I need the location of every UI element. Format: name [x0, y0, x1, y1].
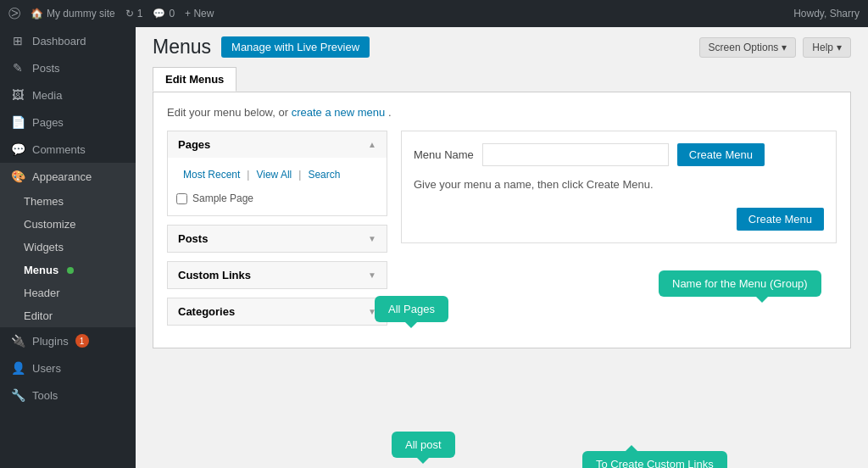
screen-options-label: Screen Options: [709, 42, 779, 53]
sidebar-label-media: Media: [32, 89, 62, 102]
sidebar: ⊞ Dashboard ✎ Posts 🖼 Media 📄 Pages 💬 Co…: [0, 27, 136, 468]
pages-icon: 📄: [10, 115, 25, 129]
screen-options-chevron: ▾: [782, 42, 787, 53]
tooltip-all-post: All post: [392, 432, 455, 458]
pages-section: Pages ▲ Most Recent | View All |: [167, 131, 387, 216]
pages-section-title: Pages: [178, 138, 210, 151]
comments-icon: 💬: [153, 8, 165, 20]
sidebar-item-appearance[interactable]: 🎨 Appearance: [0, 163, 136, 190]
posts-chevron-icon: ▼: [368, 234, 376, 243]
updates-icon: ↻: [125, 8, 134, 20]
live-preview-button[interactable]: Manage with Live Preview: [221, 36, 370, 58]
screen-options-button[interactable]: Screen Options ▾: [699, 37, 797, 58]
sidebar-item-editor[interactable]: Editor: [0, 304, 136, 327]
create-menu-bottom: Create Menu: [414, 208, 824, 231]
help-button[interactable]: Help ▾: [803, 37, 851, 58]
customize-label: Customize: [24, 218, 75, 231]
site-name-link[interactable]: My dummy site: [47, 8, 115, 20]
sidebar-item-users[interactable]: 👤 Users: [0, 354, 136, 382]
menu-name-input[interactable]: [482, 143, 669, 166]
sidebar-item-widgets[interactable]: Widgets: [0, 236, 136, 259]
users-icon: 👤: [10, 361, 25, 375]
sidebar-label-posts: Posts: [32, 62, 60, 75]
sidebar-item-comments[interactable]: 💬 Comments: [0, 136, 136, 163]
tooltip-all-pages: All Pages: [375, 296, 448, 322]
edit-notice-text: Edit your menu below, or: [167, 106, 288, 119]
tooltip-custom-links: To Create Custom Links: [582, 451, 727, 468]
new-item[interactable]: + New: [185, 8, 214, 20]
sidebar-item-pages[interactable]: 📄 Pages: [0, 109, 136, 136]
pages-tabs: Most Recent | View All | Search: [176, 166, 378, 183]
right-panel: Menu Name Create Menu Give your menu a n…: [401, 131, 837, 334]
sidebar-label-comments: Comments: [32, 143, 86, 156]
menu-hint: Give your menu a name, then click Create…: [414, 178, 824, 191]
tab-search[interactable]: Search: [301, 166, 347, 183]
content-box: Edit your menu below, or create a new me…: [153, 92, 851, 348]
help-chevron: ▾: [837, 42, 842, 53]
pages-panel-body: Most Recent | View All | Search Sample P…: [168, 158, 387, 215]
tab-view-all[interactable]: View All: [249, 166, 298, 183]
editor-label: Editor: [24, 309, 53, 322]
site-name-item[interactable]: 🏠 My dummy site: [31, 8, 115, 20]
categories-panel-header[interactable]: Categories ▼: [168, 298, 387, 325]
sidebar-item-tools[interactable]: 🔧 Tools: [0, 382, 136, 409]
appearance-submenu: Themes Customize Widgets Menus Header Ed…: [0, 190, 136, 327]
posts-icon: ✎: [10, 61, 25, 75]
main-header: Menus Manage with Live Preview Screen Op…: [136, 27, 868, 58]
menu-name-row: Menu Name Create Menu: [414, 143, 824, 166]
tools-icon: 🔧: [10, 388, 25, 402]
sidebar-item-header[interactable]: Header: [0, 281, 136, 304]
create-new-menu-link[interactable]: create a new menu: [292, 106, 386, 119]
sidebar-item-menus[interactable]: Menus: [0, 259, 136, 281]
updates-count: 1: [137, 8, 143, 20]
main-content: Menus Manage with Live Preview Screen Op…: [136, 27, 868, 468]
updates-item[interactable]: ↻ 1: [125, 8, 143, 20]
tab-most-recent[interactable]: Most Recent: [176, 166, 247, 183]
tabs-row: Edit Menus: [136, 58, 868, 92]
custom-links-chevron-icon: ▼: [368, 270, 376, 280]
howdy-text: Howdy, Sharry: [793, 8, 860, 20]
menus-notification-dot: [67, 267, 74, 274]
pages-chevron-icon: ▲: [368, 140, 376, 149]
plugins-badge: 1: [75, 334, 89, 348]
custom-links-section-title: Custom Links: [178, 269, 251, 281]
tooltip-menu-name: Name for the Menu (Group): [659, 270, 821, 297]
wp-logo-icon[interactable]: ⧁: [8, 5, 20, 23]
help-label: Help: [812, 42, 833, 53]
custom-links-section: Custom Links ▼: [167, 261, 387, 289]
sidebar-item-themes[interactable]: Themes: [0, 190, 136, 213]
edit-notice: Edit your menu below, or create a new me…: [167, 106, 837, 119]
create-menu-button-bottom[interactable]: Create Menu: [737, 208, 824, 231]
right-panel-box: Menu Name Create Menu Give your menu a n…: [401, 131, 837, 243]
sidebar-label-pages: Pages: [32, 116, 64, 129]
sample-page-checkbox[interactable]: [176, 193, 187, 204]
posts-panel-header[interactable]: Posts ▼: [168, 226, 387, 252]
sidebar-label-users: Users: [32, 362, 61, 375]
dashboard-icon: ⊞: [10, 34, 25, 47]
create-menu-button-top[interactable]: Create Menu: [677, 143, 765, 166]
header-label: Header: [24, 287, 60, 299]
pages-panel-header[interactable]: Pages ▲: [168, 131, 387, 158]
sidebar-item-plugins[interactable]: 🔌 Plugins 1: [0, 327, 136, 354]
home-icon: 🏠: [31, 8, 43, 20]
sidebar-item-customize[interactable]: Customize: [0, 213, 136, 236]
sidebar-label-plugins: Plugins: [32, 335, 69, 348]
posts-section: Posts ▼: [167, 225, 387, 253]
appearance-icon: 🎨: [10, 170, 25, 183]
page-title: Menus: [153, 36, 211, 58]
menus-label: Menus: [24, 264, 58, 276]
custom-links-panel-header[interactable]: Custom Links ▼: [168, 262, 387, 288]
tab-edit-menus[interactable]: Edit Menus: [153, 67, 236, 92]
sidebar-label-tools: Tools: [32, 389, 58, 402]
media-icon: 🖼: [10, 88, 25, 102]
plugins-icon: 🔌: [10, 334, 25, 348]
comments-item[interactable]: 💬 0: [153, 8, 175, 20]
categories-section: Categories ▼: [167, 298, 387, 326]
sample-page-item: Sample Page: [176, 190, 378, 207]
posts-section-title: Posts: [178, 232, 208, 245]
new-link[interactable]: + New: [185, 8, 214, 20]
sidebar-item-dashboard[interactable]: ⊞ Dashboard: [0, 27, 136, 54]
admin-bar: ⧁ 🏠 My dummy site ↻ 1 💬 0 + New Howdy, S…: [0, 0, 868, 27]
sidebar-item-posts[interactable]: ✎ Posts: [0, 54, 136, 81]
sidebar-item-media[interactable]: 🖼 Media: [0, 81, 136, 109]
